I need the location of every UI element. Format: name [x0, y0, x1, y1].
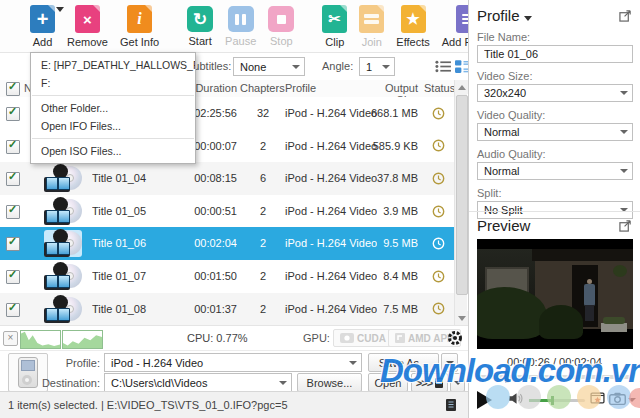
pending-clock-icon [428, 260, 448, 293]
open-label: Open [375, 377, 402, 389]
row-profile: iPod - H.264 Video [285, 195, 377, 228]
play-icon[interactable] [477, 391, 492, 409]
row-checkbox[interactable] [6, 172, 20, 186]
log-list-icon[interactable] [444, 398, 458, 414]
table-row[interactable]: Title 01_08 00:01:37 2 iPod - H.264 Vide… [0, 293, 454, 325]
row-chapters: 2 [246, 130, 280, 163]
save-as-button[interactable]: Save As... [368, 353, 439, 372]
seek-handle[interactable] [505, 371, 509, 383]
header-profile[interactable]: Profile [285, 82, 316, 94]
get-info-button[interactable]: i Get Info [120, 5, 159, 48]
profile-section-header[interactable]: Profile [477, 7, 632, 24]
row-duration: 00:01:50 [170, 260, 237, 293]
toolbar: + Add × Remove i Get Info ↻ Start Pause [0, 0, 468, 53]
save-as-label: Save As... [379, 357, 429, 369]
magic-wand-icon: ★ [401, 5, 426, 33]
split-value: No Split [484, 204, 523, 216]
gear-icon[interactable] [447, 330, 463, 348]
audio-quality-select[interactable]: Normal [477, 162, 633, 180]
row-output-size: 7.5 MB [368, 293, 418, 325]
video-thumbnail-icon [44, 296, 82, 323]
destination-select[interactable]: C:\Users\cld\Videos [104, 373, 292, 392]
browse-button[interactable]: Browse... [297, 373, 362, 392]
menu-item-open-ifo[interactable]: Open IFO Files... [31, 117, 195, 135]
select-all-checkbox[interactable] [6, 82, 20, 96]
add-button[interactable]: + Add [30, 5, 55, 48]
clip-button[interactable]: ✂ Clip [322, 5, 347, 48]
save-as-dropdown-button[interactable] [441, 353, 458, 372]
output-profile-select[interactable]: iPod - H.264 Video [104, 353, 362, 372]
table-row-selected[interactable]: Title 01_06 00:02:04 2 iPod - H.264 Vide… [0, 227, 454, 260]
video-size-select[interactable]: 320x240 [477, 84, 633, 102]
audio-quality-label: Audio Quality: [477, 148, 632, 160]
add-dropdown-caret-icon[interactable] [56, 7, 64, 12]
angle-select[interactable]: 1 [359, 57, 395, 76]
camera-dropdown-caret-icon[interactable] [628, 398, 636, 402]
video-quality-select[interactable]: Normal [477, 123, 633, 141]
add-source-menu: E: [HP7_DEATHLY_HALLOWS_PART_1] F: Other… [30, 52, 196, 164]
row-checkbox[interactable] [6, 237, 20, 251]
volume-handle[interactable] [551, 396, 554, 405]
scrollbar-thumb[interactable] [456, 95, 468, 295]
volume-slider[interactable] [529, 399, 585, 402]
angle-label: Angle: [322, 60, 353, 72]
menu-item-other-folder[interactable]: Other Folder... [31, 99, 195, 117]
side-panel: Profile File Name: Video Size: 320x240 V… [468, 0, 640, 418]
close-meter-button[interactable]: × [3, 331, 18, 346]
amd-icon [395, 333, 405, 343]
volume-fill [529, 399, 551, 402]
preview-video-frame[interactable] [477, 239, 633, 349]
remove-button[interactable]: × Remove [67, 5, 108, 48]
preview-section-title: Preview [477, 217, 530, 234]
transfer-dropdown-button[interactable] [450, 373, 465, 392]
row-checkbox[interactable] [6, 303, 20, 317]
menu-item-open-iso[interactable]: Open ISO Files... [31, 142, 195, 160]
transfer-to-device-button[interactable]: >>> [411, 373, 448, 392]
table-row[interactable]: Title 01_07 00:01:50 2 iPod - H.264 Vide… [0, 260, 454, 293]
row-checkbox[interactable] [6, 270, 20, 284]
row-checkbox[interactable] [6, 107, 20, 121]
open-button[interactable]: Open [368, 373, 408, 392]
row-profile: iPod - H.264 Video [285, 293, 377, 325]
row-output-size: 37.8 MB [368, 162, 418, 195]
seek-bar[interactable] [477, 375, 632, 379]
header-status[interactable]: Status [424, 82, 455, 94]
row-checkbox[interactable] [6, 205, 20, 219]
speaker-icon[interactable] [508, 391, 523, 409]
menu-divider [32, 138, 194, 139]
file-name-input[interactable] [477, 45, 633, 63]
table-row[interactable]: Title 01_05 00:00:51 2 iPod - H.264 Vide… [0, 195, 454, 228]
subtitles-select[interactable]: None [233, 57, 305, 76]
section-divider [469, 211, 640, 212]
status-bar: 1 item(s) selected. | E:\VIDEO_TS\VTS_01… [0, 391, 468, 418]
expand-preview-icon[interactable] [619, 218, 632, 235]
nvidia-icon [340, 333, 354, 343]
header-chapters[interactable]: Chapters [240, 82, 285, 94]
list-view-icon[interactable] [435, 59, 452, 72]
table-row[interactable]: Title 01_04 00:08:15 6 iPod - H.264 Vide… [0, 162, 454, 195]
output-profile-value: iPod - H.264 Video [111, 357, 203, 369]
video-thumbnail-icon [44, 230, 82, 257]
row-checkbox[interactable] [6, 140, 20, 154]
chevron-down-icon [279, 381, 287, 385]
pending-clock-icon [428, 130, 448, 163]
expand-panel-icon[interactable] [619, 8, 632, 25]
browse-label: Browse... [307, 377, 353, 389]
camera-snapshot-icon[interactable] [609, 391, 626, 409]
effects-button[interactable]: ★ Effects [396, 5, 429, 48]
scroll-up-button[interactable] [455, 80, 468, 94]
cuda-badge: CUDA [333, 329, 393, 347]
menu-item-drive-e[interactable]: E: [HP7_DEATHLY_HALLOWS_PART_1] [31, 56, 195, 74]
table-scrollbar[interactable] [454, 80, 467, 325]
chevron-down-icon [349, 361, 357, 365]
scroll-down-button[interactable] [455, 311, 468, 325]
stop-icon [268, 6, 294, 32]
start-button[interactable]: ↻ Start [187, 5, 213, 47]
snapshot-manager-icon[interactable] [590, 391, 605, 409]
profile-label: Profile: [4, 357, 100, 369]
row-duration: 00:02:04 [170, 227, 237, 260]
video-thumbnail-icon [44, 263, 82, 290]
menu-item-drive-f[interactable]: F: [31, 74, 195, 92]
video-thumbnail-icon [44, 165, 82, 192]
destination-value: C:\Users\cld\Videos [111, 377, 207, 389]
